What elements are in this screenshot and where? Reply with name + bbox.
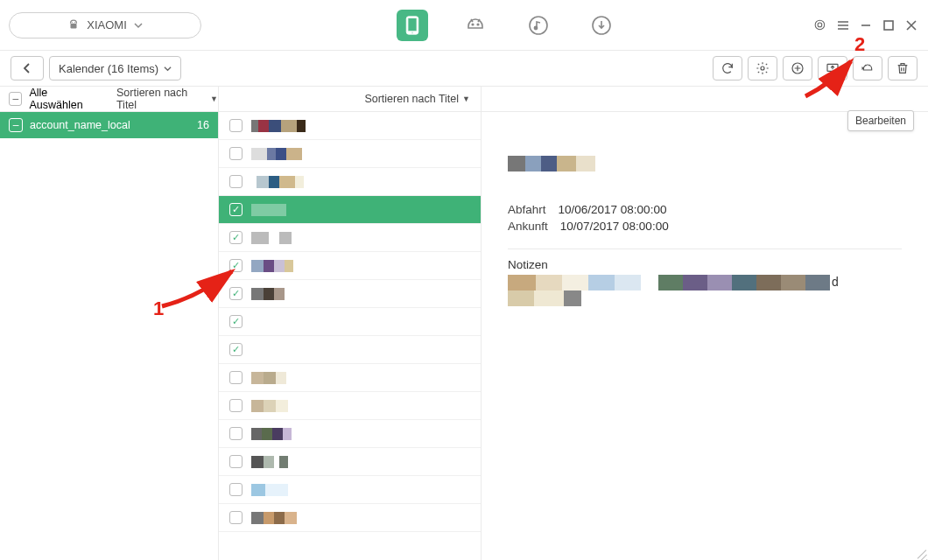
- device-selector[interactable]: XIAOMI: [9, 12, 201, 38]
- item-title: [251, 372, 286, 384]
- checkbox[interactable]: [229, 315, 243, 328]
- checkbox[interactable]: [229, 399, 243, 412]
- resize-grip[interactable]: [914, 546, 926, 558]
- add-button[interactable]: [783, 56, 812, 80]
- svg-point-11: [815, 20, 825, 30]
- list-item[interactable]: [219, 420, 481, 448]
- list-item[interactable]: [219, 112, 481, 140]
- checkbox[interactable]: [229, 259, 243, 272]
- list-item[interactable]: [219, 476, 481, 504]
- item-title: [251, 428, 292, 440]
- nav-android[interactable]: [460, 10, 491, 41]
- select-all-label[interactable]: Alle Auswählen: [29, 87, 101, 111]
- notes-trailing: d: [832, 275, 839, 290]
- divider: [508, 248, 902, 249]
- list-item[interactable]: [219, 280, 481, 308]
- collapse-toggle[interactable]: –: [9, 118, 23, 132]
- menu-icon[interactable]: [835, 18, 851, 33]
- notes-content: d: [508, 275, 902, 306]
- arrival-value: 10/07/2017 08:00:00: [560, 220, 669, 233]
- minimize-button[interactable]: [858, 18, 874, 33]
- checkbox[interactable]: [229, 203, 243, 216]
- detail-departure: Abfahrt 10/06/2017 08:00:00: [508, 203, 902, 216]
- item-title: [251, 120, 306, 132]
- settings-button[interactable]: [748, 56, 777, 80]
- device-name: XIAOMI: [87, 18, 127, 32]
- departure-value: 10/06/2017 08:00:00: [559, 203, 667, 216]
- account-row[interactable]: – account_name_local 16: [0, 112, 218, 138]
- nav-download[interactable]: [586, 10, 617, 41]
- list-item[interactable]: [219, 168, 481, 196]
- checkbox[interactable]: [229, 511, 243, 524]
- list-item[interactable]: [219, 196, 481, 224]
- list-item[interactable]: [219, 448, 481, 476]
- sort-items-label: Sortieren nach Titel: [364, 93, 459, 105]
- checkbox[interactable]: [229, 455, 243, 468]
- departure-label: Abfahrt: [508, 203, 546, 216]
- list-item[interactable]: [219, 392, 481, 420]
- caret-down-icon: ▼: [210, 94, 218, 103]
- maximize-button[interactable]: [881, 18, 896, 33]
- checkbox[interactable]: [229, 147, 243, 160]
- item-title: [251, 512, 297, 524]
- item-title: [251, 400, 288, 412]
- svg-point-5: [411, 32, 413, 33]
- export-to-pc-button[interactable]: [818, 56, 847, 80]
- detail-arrival: Ankunft 10/07/2017 08:00:00: [508, 220, 902, 233]
- list-item[interactable]: [219, 140, 481, 168]
- svg-point-8: [530, 17, 547, 34]
- svg-rect-0: [71, 23, 77, 28]
- search-icon[interactable]: [812, 18, 828, 33]
- svg-point-7: [477, 24, 479, 25]
- checkbox[interactable]: [229, 231, 243, 244]
- list-item[interactable]: [219, 504, 481, 532]
- svg-point-2: [74, 21, 75, 22]
- caret-down-icon: ▼: [462, 94, 470, 103]
- list-item[interactable]: [219, 224, 481, 252]
- tool-row: Kalender (16 Items): [0, 51, 928, 86]
- sort-accounts[interactable]: Sortieren nach Titel ▼: [116, 87, 218, 111]
- nav-music[interactable]: [523, 10, 554, 41]
- account-name: account_name_local: [30, 119, 130, 131]
- refresh-button[interactable]: [713, 56, 742, 80]
- list-item[interactable]: [219, 336, 481, 364]
- item-title: [251, 288, 285, 300]
- close-button[interactable]: [903, 18, 919, 33]
- breadcrumb-dropdown[interactable]: Kalender (16 Items): [49, 56, 181, 80]
- checkbox[interactable]: [229, 119, 243, 132]
- nav-device[interactable]: [397, 10, 428, 41]
- account-count: 16: [197, 119, 209, 131]
- export-to-device-button[interactable]: [853, 56, 882, 80]
- checkbox[interactable]: [229, 175, 243, 188]
- collapse-toggle[interactable]: –: [9, 92, 22, 106]
- items-column: [219, 112, 482, 560]
- window-controls: [812, 18, 919, 33]
- detail-panel: Abfahrt 10/06/2017 08:00:00 Ankunft 10/0…: [482, 112, 928, 560]
- svg-point-9: [534, 26, 537, 29]
- breadcrumb-label: Kalender (16 Items): [59, 62, 158, 75]
- checkbox[interactable]: [229, 427, 243, 440]
- back-button[interactable]: [11, 56, 44, 80]
- item-title: [251, 260, 293, 272]
- item-title: [251, 148, 302, 160]
- chevron-down-icon: [164, 65, 172, 73]
- checkbox[interactable]: [229, 287, 243, 300]
- sort-accounts-label: Sortieren nach Titel: [116, 87, 207, 111]
- checkbox[interactable]: [229, 483, 243, 496]
- list-item[interactable]: [219, 308, 481, 336]
- delete-button[interactable]: [888, 56, 917, 80]
- list-item[interactable]: [219, 364, 481, 392]
- list-item[interactable]: [219, 252, 481, 280]
- item-title: [251, 344, 253, 356]
- checkbox[interactable]: [229, 371, 243, 384]
- item-title: [251, 176, 304, 188]
- sort-items[interactable]: Sortieren nach Titel ▼: [364, 93, 470, 105]
- arrival-label: Ankunft: [508, 220, 548, 233]
- item-title: [251, 232, 292, 244]
- accounts-column: – account_name_local 16: [0, 112, 219, 560]
- tooltip-edit: Bearbeiten: [847, 110, 914, 131]
- item-title: [251, 484, 288, 496]
- item-title: [251, 456, 288, 468]
- checkbox[interactable]: [229, 343, 243, 356]
- filter-row: – Alle Auswählen Sortieren nach Titel ▼ …: [0, 86, 928, 112]
